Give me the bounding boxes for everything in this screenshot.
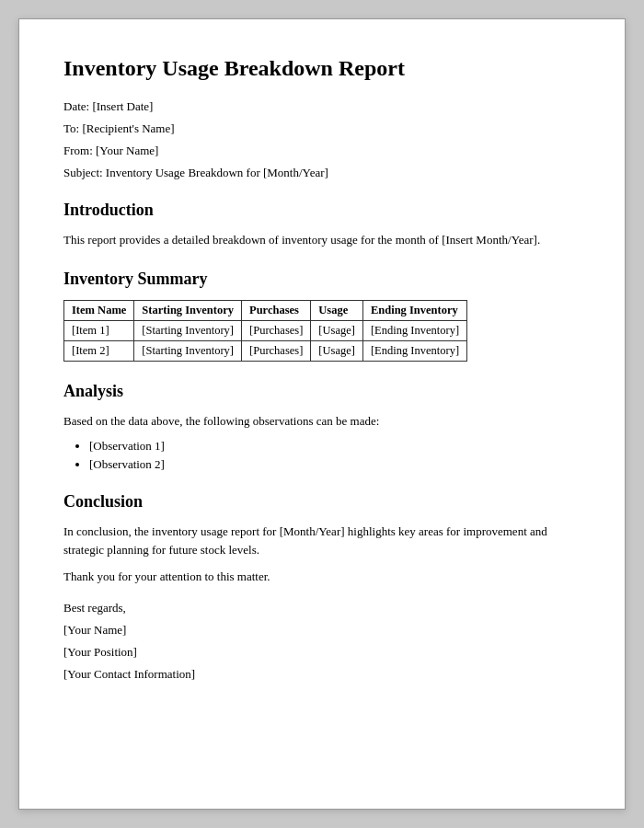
introduction-body: This report provides a detailed breakdow… xyxy=(63,231,581,249)
table-cell-r1-c2: [Purchases] xyxy=(242,340,311,361)
conclusion-thanks: Thank you for your attention to this mat… xyxy=(63,568,581,586)
report-title: Inventory Usage Breakdown Report xyxy=(63,56,581,81)
from-line: From: [Your Name] xyxy=(63,144,581,158)
table-row: [Item 1][Starting Inventory][Purchases][… xyxy=(64,320,467,340)
to-line: To: [Recipient's Name] xyxy=(63,121,581,136)
table-cell-r0-c1: [Starting Inventory] xyxy=(134,320,242,340)
table-cell-r1-c0: [Item 2] xyxy=(64,340,134,361)
table-row: [Item 2][Starting Inventory][Purchases][… xyxy=(64,340,467,361)
table-cell-r0-c0: [Item 1] xyxy=(64,320,134,340)
col-header-item-name: Item Name xyxy=(64,300,134,320)
col-header-ending: Ending Inventory xyxy=(362,300,466,320)
table-cell-r0-c3: [Usage] xyxy=(311,320,363,340)
introduction-heading: Introduction xyxy=(63,201,581,220)
table-cell-r1-c3: [Usage] xyxy=(311,340,363,361)
table-cell-r1-c1: [Starting Inventory] xyxy=(134,340,242,361)
analysis-heading: Analysis xyxy=(63,382,581,401)
inventory-table: Item Name Starting Inventory Purchases U… xyxy=(63,300,467,362)
conclusion-heading: Conclusion xyxy=(63,492,581,512)
col-header-usage: Usage xyxy=(311,300,363,320)
col-header-purchases: Purchases xyxy=(242,300,311,320)
regards-line: Best regards, xyxy=(63,601,581,615)
observation-item-1: [Observation 2] xyxy=(89,457,581,472)
sign-off-block: Best regards, [Your Name] [Your Position… xyxy=(63,601,581,682)
analysis-intro: Based on the data above, the following o… xyxy=(63,412,581,431)
conclusion-body: In conclusion, the inventory usage repor… xyxy=(63,523,581,558)
contact-line: [Your Contact Information] xyxy=(63,667,581,682)
table-cell-r0-c4: [Ending Inventory] xyxy=(362,320,466,340)
table-header-row: Item Name Starting Inventory Purchases U… xyxy=(64,300,467,320)
report-page: Inventory Usage Breakdown Report Date: [… xyxy=(18,18,626,810)
observation-item-0: [Observation 1] xyxy=(89,439,581,454)
col-header-starting: Starting Inventory xyxy=(134,300,242,320)
table-cell-r0-c2: [Purchases] xyxy=(242,320,311,340)
subject-line: Subject: Inventory Usage Breakdown for [… xyxy=(63,166,581,180)
name-line: [Your Name] xyxy=(63,623,581,638)
table-cell-r1-c4: [Ending Inventory] xyxy=(362,340,466,361)
position-line: [Your Position] xyxy=(63,645,581,660)
inventory-summary-heading: Inventory Summary xyxy=(63,270,581,289)
date-line: Date: [Insert Date] xyxy=(63,99,581,114)
observations-list: [Observation 1][Observation 2] xyxy=(89,439,581,472)
